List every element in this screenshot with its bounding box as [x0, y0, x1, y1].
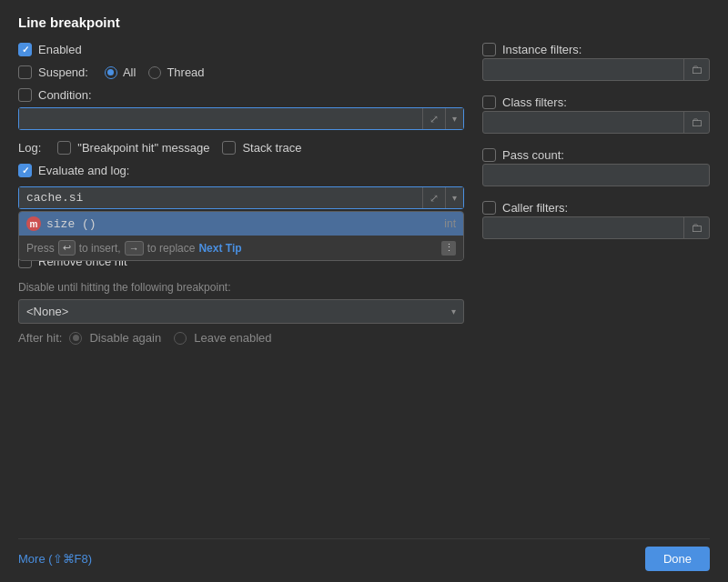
hint-replace-text: to replace: [147, 242, 196, 255]
enabled-checkbox-container[interactable]: Enabled: [18, 43, 82, 56]
breakpoint-message-checkbox[interactable]: [57, 141, 71, 155]
condition-row: Condition:: [18, 88, 464, 102]
pass-count-label: Pass count:: [502, 148, 564, 162]
evaluate-checkbox[interactable]: [18, 164, 32, 177]
after-hit-row: After hit: Disable again Leave enabled: [18, 331, 464, 345]
stack-trace-checkbox[interactable]: [222, 141, 236, 155]
evaluate-input-wrapper: ⤢ ▾ m size () int Press ↩: [18, 186, 464, 209]
evaluate-row: Evaluate and log:: [18, 164, 464, 177]
after-hit-disable-label: Disable again: [89, 331, 161, 345]
disable-label: Disable until hitting the following brea…: [18, 281, 464, 294]
pass-count-row: Pass count:: [482, 148, 710, 162]
disable-dropdown-value: <None>: [26, 305, 68, 318]
enabled-checkbox[interactable]: [18, 43, 32, 56]
condition-expand-button[interactable]: ⤢: [422, 108, 445, 129]
condition-dropdown-button[interactable]: ▾: [445, 108, 463, 129]
caller-filters-row: Caller filters:: [482, 201, 710, 215]
instance-filters-input-row: 🗀: [482, 58, 710, 81]
suspend-checkbox[interactable]: [18, 65, 32, 79]
suspend-row: Suspend: All Thread: [18, 65, 464, 79]
breakpoint-message-label: "Breakpoint hit" message: [77, 141, 209, 155]
enabled-row: Enabled: [18, 43, 464, 56]
evaluate-dropdown-button[interactable]: ▾: [445, 187, 463, 208]
caller-filters-checkbox[interactable]: [482, 201, 496, 215]
key-insert: ↩: [58, 240, 76, 256]
condition-input-wrapper: ⤢ ▾: [18, 107, 464, 130]
suspend-label: Suspend:: [38, 65, 88, 79]
instance-filters-label: Instance filters:: [502, 43, 581, 56]
class-filters-input[interactable]: [483, 112, 683, 133]
autocomplete-popup: m size () int Press ↩ to insert, → to re…: [18, 211, 464, 261]
class-filters-checkbox[interactable]: [482, 95, 496, 109]
more-link[interactable]: More (⇧⌘F8): [18, 552, 92, 566]
class-filters-checkbox-container[interactable]: Class filters:: [482, 95, 567, 109]
done-button[interactable]: Done: [645, 547, 710, 571]
pass-count-section: Pass count:: [482, 148, 710, 194]
log-row: Log: "Breakpoint hit" message Stack trac…: [18, 141, 464, 155]
autocomplete-method-name: size (): [46, 217, 439, 231]
instance-filters-checkbox-container[interactable]: Instance filters:: [482, 43, 581, 56]
stack-trace-container[interactable]: Stack trace: [222, 141, 301, 155]
dialog-title: Line breakpoint: [18, 15, 710, 30]
caller-filters-input-row: 🗀: [482, 216, 710, 239]
stack-trace-label: Stack trace: [242, 141, 301, 155]
class-filters-section: Class filters: 🗀: [482, 95, 710, 141]
caller-filters-section: Caller filters: 🗀: [482, 201, 710, 246]
enabled-label: Enabled: [38, 43, 82, 56]
right-panel: Instance filters: 🗀 Class filters:: [482, 43, 710, 531]
suspend-all-label: All: [123, 65, 136, 79]
evaluate-input[interactable]: [19, 187, 422, 208]
after-hit-label: After hit:: [18, 331, 62, 345]
hint-press: Press: [26, 242, 55, 255]
instance-filters-input[interactable]: [483, 59, 683, 80]
log-label: Log:: [18, 141, 41, 155]
caller-filters-input[interactable]: [483, 217, 683, 238]
instance-filters-checkbox[interactable]: [482, 43, 496, 56]
pass-count-input[interactable]: [483, 165, 709, 186]
instance-filters-browse-button[interactable]: 🗀: [683, 59, 709, 80]
condition-checkbox[interactable]: [18, 88, 32, 102]
next-tip-label[interactable]: Next Tip: [198, 242, 241, 255]
condition-checkbox-container[interactable]: Condition:: [18, 88, 92, 102]
suspend-checkbox-container[interactable]: Suspend:: [18, 65, 92, 79]
breakpoint-message-container[interactable]: "Breakpoint hit" message: [57, 141, 209, 155]
condition-label: Condition:: [38, 88, 92, 102]
class-filters-row: Class filters:: [482, 95, 710, 109]
evaluate-input-container: ⤢ ▾: [18, 186, 464, 209]
autocomplete-hint-text: Press ↩ to insert, → to replace Next Tip: [26, 240, 242, 256]
after-hit-radio-leave[interactable]: [174, 332, 187, 345]
instance-filters-row: Instance filters:: [482, 43, 710, 56]
suspend-radio-thread[interactable]: [148, 66, 161, 79]
disable-dropdown-arrow: ▾: [451, 306, 456, 316]
class-filters-label: Class filters:: [502, 95, 567, 109]
hint-insert-text: to insert,: [79, 242, 121, 255]
suspend-radio-group: All Thread: [105, 65, 205, 79]
line-breakpoint-dialog: Line breakpoint Enabled Suspend: All: [0, 0, 728, 582]
instance-filters-section: Instance filters: 🗀: [482, 43, 710, 88]
condition-input[interactable]: [19, 108, 422, 129]
pass-count-checkbox[interactable]: [482, 148, 496, 162]
autocomplete-more-button[interactable]: ⋮: [441, 241, 456, 256]
class-filters-browse-button[interactable]: 🗀: [683, 112, 709, 133]
evaluate-label: Evaluate and log:: [38, 164, 129, 177]
autocomplete-method-icon: m: [26, 216, 41, 231]
pass-count-checkbox-container[interactable]: Pass count:: [482, 148, 564, 162]
suspend-thread-label: Thread: [167, 65, 204, 79]
evaluate-checkbox-container[interactable]: Evaluate and log:: [18, 164, 129, 177]
disable-dropdown[interactable]: <None> ▾: [18, 299, 464, 324]
caller-filters-browse-button[interactable]: 🗀: [683, 217, 709, 238]
autocomplete-hint-bar: Press ↩ to insert, → to replace Next Tip…: [19, 236, 463, 260]
autocomplete-return-type: int: [444, 217, 456, 230]
autocomplete-item[interactable]: m size () int: [19, 212, 463, 236]
evaluate-expand-button[interactable]: ⤢: [422, 187, 445, 208]
after-hit-radio-disable[interactable]: [69, 332, 82, 345]
after-hit-leave-label: Leave enabled: [194, 331, 271, 345]
caller-filters-checkbox-container[interactable]: Caller filters:: [482, 201, 568, 215]
pass-count-input-row: [482, 164, 710, 186]
disable-section: Disable until hitting the following brea…: [18, 281, 464, 345]
caller-filters-label: Caller filters:: [502, 201, 568, 215]
key-replace: →: [125, 241, 144, 256]
suspend-radio-all[interactable]: [105, 66, 117, 79]
dialog-footer: More (⇧⌘F8) Done: [18, 538, 710, 571]
class-filters-input-row: 🗀: [482, 111, 710, 134]
